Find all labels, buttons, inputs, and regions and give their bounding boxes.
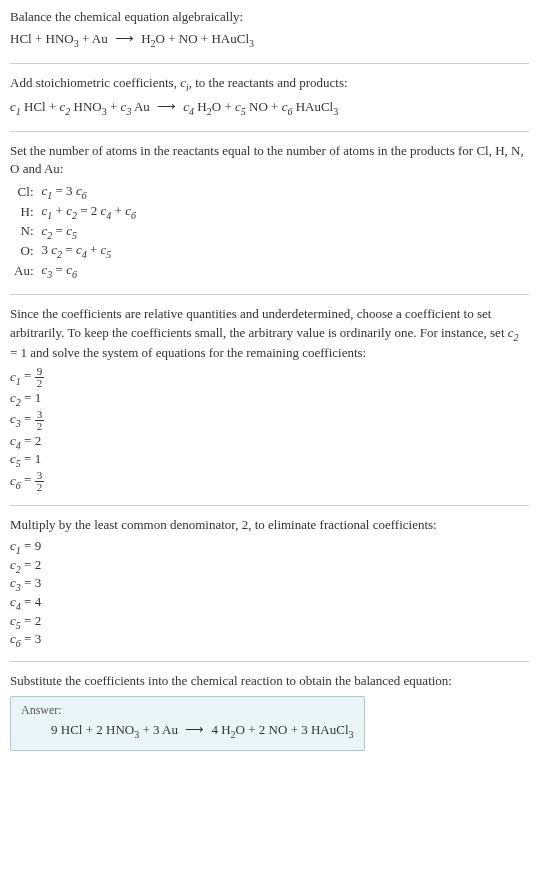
atom-equation: c1 = 3 c6 [38,182,140,202]
intro-text: Balance the chemical equation algebraica… [10,8,529,26]
table-row: O: 3 c2 = c4 + c5 [10,241,140,261]
atom-equation: c1 + c2 = 2 c4 + c6 [38,202,140,222]
section-final: Substitute the coefficients into the che… [10,672,529,751]
coef-row: c1 = 92 [10,366,529,389]
species-hcl: HCl [10,31,32,46]
coefficient-equation: c1 HCl + c2 HNO3 + c3 Au ⟶ c4 H2O + c5 N… [10,98,529,119]
section-intro: Balance the chemical equation algebraica… [10,8,529,64]
coef-row: c6 = 3 [10,631,529,649]
section-add-coefficients: Add stoichiometric coefficients, ci, to … [10,74,529,132]
element-label: H: [10,202,38,222]
element-label: Cl: [10,182,38,202]
answer-label: Answer: [21,703,354,718]
plus: + [198,31,212,46]
species-no: NO [179,31,198,46]
coef-row: c3 = 32 [10,409,529,432]
table-row: H: c1 + c2 = 2 c4 + c6 [10,202,140,222]
answer-box: Answer: 9 HCl + 2 HNO3 + 3 Au ⟶ 4 H2O + … [10,696,365,751]
plus: + [165,31,179,46]
atom-balance-text: Set the number of atoms in the reactants… [10,142,529,178]
add-coef-text: Add stoichiometric coefficients, ci, to … [10,74,529,95]
coef-row: c4 = 2 [10,433,529,451]
coef-row: c2 = 1 [10,390,529,408]
coef-row: c3 = 3 [10,575,529,593]
element-label: O: [10,241,38,261]
arrow-icon: ⟶ [185,722,204,738]
balanced-equation: 9 HCl + 2 HNO3 + 3 Au ⟶ 4 H2O + 2 NO + 3… [21,722,354,740]
unbalanced-equation: HCl + HNO3 + Au ⟶ H2O + NO + HAuCl3 [10,30,529,51]
atom-equations-table: Cl: c1 = 3 c6 H: c1 + c2 = 2 c4 + c6 N: … [10,182,140,280]
symbol-ci: ci [180,75,189,90]
atom-equation: c2 = c5 [38,222,140,242]
coef-row: c1 = 9 [10,538,529,556]
element-label: N: [10,222,38,242]
species-h2o: H2O [141,31,165,46]
fraction: 92 [35,366,45,389]
integer-coefficients: c1 = 9 c2 = 2 c3 = 3 c4 = 4 c5 = 2 c6 = … [10,538,529,649]
section-solve-fractional: Since the coefficients are relative quan… [10,305,529,506]
substitute-text: Substitute the coefficients into the che… [10,672,529,690]
fraction: 32 [35,409,45,432]
table-row: Au: c3 = c6 [10,261,140,281]
table-row: N: c2 = c5 [10,222,140,242]
solve-text: Since the coefficients are relative quan… [10,305,529,362]
coef-row: c6 = 32 [10,470,529,493]
coef-row: c5 = 1 [10,451,529,469]
element-label: Au: [10,261,38,281]
atom-equation: c3 = c6 [38,261,140,281]
section-atom-balance: Set the number of atoms in the reactants… [10,142,529,295]
coef-row: c4 = 4 [10,594,529,612]
section-integer-coefficients: Multiply by the least common denominator… [10,516,529,662]
species-au: Au [92,31,108,46]
plus: + [32,31,46,46]
plus: + [79,31,92,46]
atom-equation: 3 c2 = c4 + c5 [38,241,140,261]
species-haucl3: HAuCl3 [211,31,254,46]
multiply-text: Multiply by the least common denominator… [10,516,529,534]
arrow-icon: ⟶ [115,30,134,48]
fractional-coefficients: c1 = 92 c2 = 1 c3 = 32 c4 = 2 c5 = 1 c6 … [10,366,529,493]
arrow-icon: ⟶ [157,98,176,116]
fraction: 32 [35,470,45,493]
table-row: Cl: c1 = 3 c6 [10,182,140,202]
coef-row: c5 = 2 [10,613,529,631]
species-hno3: HNO3 [46,31,79,46]
coef-row: c2 = 2 [10,557,529,575]
